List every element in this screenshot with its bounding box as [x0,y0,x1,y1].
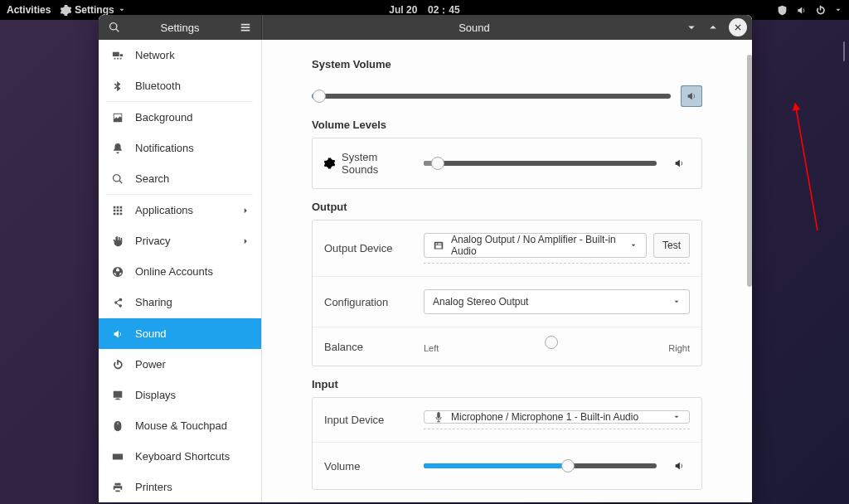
settings-content: System Volume Volume Levels System Sound… [262,40,752,502]
sidebar-item-notifications[interactable]: Notifications [99,133,261,163]
volume-levels-title: Volume Levels [312,119,702,131]
apps-icon [112,205,124,216]
input-title: Input [312,378,702,390]
system-sounds-slider[interactable] [424,161,657,166]
sidebar-item-label: Mouse & Touchpad [135,419,227,432]
window-close-button[interactable] [729,18,747,36]
sidebar-item-label: Applications [135,204,193,216]
power-icon [112,359,124,371]
sidebar-item-displays[interactable]: Displays [99,380,261,410]
volume-icon[interactable] [796,5,807,16]
sidebar-item-label: Search [135,172,169,185]
system-sounds-label: System Sounds [324,151,412,176]
sound-icon [112,328,124,340]
activities-button[interactable]: Activities [7,4,51,16]
menu-icon [240,22,251,33]
output-title: Output [312,201,702,213]
input-device-combo[interactable]: Microphone / Microphone 1 - Built-in Aud… [424,410,690,424]
sidebar-item-applications[interactable]: Applications [99,195,261,225]
window-minimize-button[interactable] [681,17,702,37]
sidebar-item-label: Sharing [135,296,172,308]
caret-down-icon [629,241,638,250]
caret-down-icon [672,413,681,421]
sidebar-item-label: Printers [135,481,172,493]
output-test-button[interactable]: Test [653,233,690,258]
sidebar-item-network[interactable]: Network [99,40,261,70]
headerbar: Settings Sound [99,15,752,40]
sidebar-item-online[interactable]: Online Accounts [99,256,261,287]
search-icon [112,173,124,185]
volume-icon [686,90,697,102]
printer-icon [112,482,124,493]
gear-icon [324,158,335,169]
volume-icon [673,158,685,169]
input-volume-slider[interactable] [424,463,657,468]
sidebar-item-label: Sound [135,327,167,340]
sidebar-item-sharing[interactable]: Sharing [99,287,261,317]
system-sounds-mute-button[interactable] [668,153,690,174]
page-title: Sound [268,22,681,34]
close-icon [734,23,742,32]
mouse-icon [112,420,124,432]
power-icon[interactable] [815,5,826,16]
svg-line-0 [796,108,817,230]
sidebar-item-background[interactable]: Background [99,102,261,133]
sidebar-item-keyboard[interactable]: Keyboard Shortcuts [99,441,261,472]
chevron-right-icon [241,206,250,215]
hamburger-button[interactable] [235,17,256,37]
bt-icon [112,80,124,92]
sidebar-item-label: Displays [135,389,176,401]
balance-left-label: Left [424,343,439,353]
output-panel: Output Device Analog Output / No Amplifi… [312,220,702,366]
volume-levels-panel: System Sounds [312,138,702,189]
sidebar-item-printers[interactable]: Printers [99,472,261,502]
search-button[interactable] [104,17,125,37]
settings-window: Settings Sound NetworkBluetoothBackgroun… [99,15,752,502]
sidebar-item-bluetooth[interactable]: Bluetooth [99,70,261,101]
gear-icon [61,5,71,16]
sidebar-item-mouse[interactable]: Mouse & Touchpad [99,410,261,441]
system-volume-mute-button[interactable] [681,85,702,107]
balance-right-label: Right [668,343,690,353]
sidebar-item-label: Online Accounts [135,265,213,278]
sidebar-item-search[interactable]: Search [99,163,261,194]
online-icon [112,266,124,278]
input-volume-mute-button[interactable] [668,455,690,477]
input-device-label: Input Device [324,414,412,426]
sound-card-icon [433,240,444,251]
configuration-label: Configuration [324,296,412,308]
sidebar-item-label: Network [135,49,175,61]
search-icon [109,22,120,33]
sidebar-item-label: Power [135,358,166,371]
system-volume-title: System Volume [312,58,702,70]
microphone-icon [433,411,444,423]
sidebar-item-sound[interactable]: Sound [99,318,261,349]
input-panel: Input Device Microphone / Microphone 1 -… [312,397,702,490]
sidebar-item-label: Bluetooth [135,80,181,92]
balance-label: Balance [324,341,412,353]
content-scrollbar[interactable] [747,55,752,497]
caret-down-icon [672,298,681,306]
volume-icon [673,460,685,472]
window-maximize-button[interactable] [702,17,724,37]
system-menu-caret-icon[interactable] [834,6,842,14]
caret-down-icon [118,6,126,14]
chevron-down-icon [686,22,696,32]
bg-icon [112,112,124,124]
sidebar-item-power[interactable]: Power [99,349,261,380]
chevron-up-icon [708,22,718,32]
configuration-combo[interactable]: Analog Stereo Output [424,289,690,314]
net-icon [112,50,124,61]
sidebar-item-label: Keyboard Shortcuts [135,450,230,463]
output-device-combo[interactable]: Analog Output / No Amplifier - Built-in … [424,233,647,258]
sidebar-item-label: Notifications [135,142,194,154]
settings-sidebar[interactable]: NetworkBluetoothBackgroundNotificationsS… [99,40,262,502]
keyboard-icon [112,451,124,463]
sidebar-title: Settings [125,22,235,34]
system-volume-slider[interactable] [312,94,671,99]
desktop-scrollbar [842,41,847,501]
output-device-label: Output Device [324,242,412,254]
app-menu[interactable]: Settings [61,4,125,16]
sidebar-item-privacy[interactable]: Privacy [99,225,261,256]
shield-icon[interactable] [777,5,788,16]
